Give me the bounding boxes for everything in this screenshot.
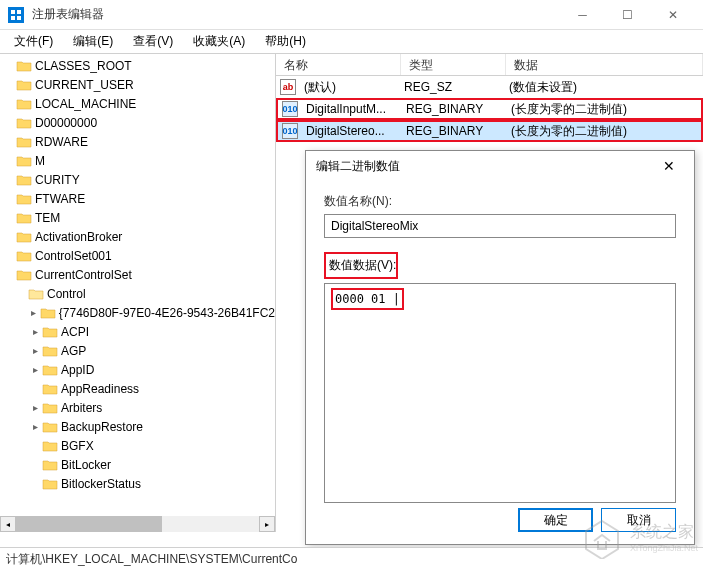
menu-favorites[interactable]: 收藏夹(A): [183, 31, 255, 52]
folder-icon: [42, 325, 58, 339]
menu-edit[interactable]: 编辑(E): [63, 31, 123, 52]
expand-icon[interactable]: ▸: [28, 364, 42, 375]
tree-item[interactable]: ▸{7746D80F-97E0-4E26-9543-26B41FC2: [0, 303, 275, 322]
folder-icon: [42, 401, 58, 415]
tree-item[interactable]: CLASSES_ROOT: [0, 56, 275, 75]
tree-label: CURITY: [35, 173, 80, 187]
tree-item[interactable]: CurrentControlSet: [0, 265, 275, 284]
maximize-button[interactable]: ☐: [605, 0, 650, 30]
list-row[interactable]: ab(默认)REG_SZ(数值未设置): [276, 76, 703, 98]
hex-content: 0000 01: [335, 292, 386, 306]
cell-data: (长度为零的二进制值): [507, 101, 631, 118]
tree-item[interactable]: FTWARE: [0, 189, 275, 208]
tree[interactable]: CLASSES_ROOTCURRENT_USERLOCAL_MACHINED00…: [0, 54, 275, 495]
svg-rect-0: [11, 10, 15, 14]
expand-icon[interactable]: ▸: [28, 421, 42, 432]
tree-label: Control: [47, 287, 86, 301]
ok-button[interactable]: 确定: [518, 508, 593, 532]
scroll-thumb[interactable]: [16, 516, 162, 532]
tree-label: RDWARE: [35, 135, 88, 149]
tree-label: ActivationBroker: [35, 230, 122, 244]
list-row[interactable]: 010DigitalInputM...REG_BINARY(长度为零的二进制值): [276, 98, 703, 120]
folder-icon: [16, 230, 32, 244]
folder-icon: [42, 382, 58, 396]
tree-label: CurrentControlSet: [35, 268, 132, 282]
column-name[interactable]: 名称: [276, 54, 401, 75]
tree-item[interactable]: BitlockerStatus: [0, 474, 275, 493]
cell-data: (长度为零的二进制值): [507, 123, 631, 140]
tree-item[interactable]: LOCAL_MACHINE: [0, 94, 275, 113]
tree-item[interactable]: ▸Arbiters: [0, 398, 275, 417]
tree-item[interactable]: ControlSet001: [0, 246, 275, 265]
expand-icon[interactable]: ▸: [28, 326, 42, 337]
folder-icon: [16, 135, 32, 149]
tree-item[interactable]: RDWARE: [0, 132, 275, 151]
column-data[interactable]: 数据: [506, 54, 703, 75]
menu-help[interactable]: 帮助(H): [255, 31, 316, 52]
tree-label: BGFX: [61, 439, 94, 453]
tree-label: CURRENT_USER: [35, 78, 134, 92]
cancel-button[interactable]: 取消: [601, 508, 676, 532]
folder-icon: [16, 59, 32, 73]
tree-label: LOCAL_MACHINE: [35, 97, 136, 111]
hex-editor[interactable]: 0000 01 |: [324, 283, 676, 503]
dialog-titlebar[interactable]: 编辑二进制数值 ✕: [306, 151, 694, 181]
tree-item[interactable]: Control: [0, 284, 275, 303]
folder-icon: [42, 420, 58, 434]
dialog-buttons: 确定 取消: [518, 508, 676, 532]
scroll-right-button[interactable]: ▸: [259, 516, 275, 532]
value-name-input[interactable]: [324, 214, 676, 238]
scroll-track[interactable]: [16, 516, 259, 532]
tree-label: D00000000: [35, 116, 97, 130]
scroll-left-button[interactable]: ◂: [0, 516, 16, 532]
tree-item[interactable]: ▸AppID: [0, 360, 275, 379]
menu-view[interactable]: 查看(V): [123, 31, 183, 52]
folder-icon: [16, 192, 32, 206]
close-button[interactable]: ✕: [650, 0, 695, 30]
horizontal-scrollbar[interactable]: ◂ ▸: [0, 516, 275, 532]
expand-icon[interactable]: ▸: [28, 345, 42, 356]
tree-item[interactable]: CURRENT_USER: [0, 75, 275, 94]
value-type-icon: 010: [282, 101, 298, 117]
expand-icon[interactable]: ▸: [28, 307, 40, 318]
cell-type: REG_BINARY: [402, 102, 507, 116]
tree-item[interactable]: ActivationBroker: [0, 227, 275, 246]
dialog-close-button[interactable]: ✕: [654, 151, 684, 181]
tree-item[interactable]: TEM: [0, 208, 275, 227]
dialog-title: 编辑二进制数值: [316, 158, 654, 175]
folder-icon: [42, 439, 58, 453]
folder-icon: [42, 458, 58, 472]
titlebar: 注册表编辑器 ─ ☐ ✕: [0, 0, 703, 30]
folder-icon: [16, 97, 32, 111]
list-row[interactable]: 010DigitalStereo...REG_BINARY(长度为零的二进制值): [276, 120, 703, 142]
list-rows: ab(默认)REG_SZ(数值未设置)010DigitalInputM...RE…: [276, 76, 703, 142]
cell-type: REG_BINARY: [402, 124, 507, 138]
tree-label: M: [35, 154, 45, 168]
cell-name: DigitalStereo...: [302, 124, 402, 138]
tree-item[interactable]: ▸ACPI: [0, 322, 275, 341]
menu-file[interactable]: 文件(F): [4, 31, 63, 52]
tree-label: BitLocker: [61, 458, 111, 472]
folder-icon: [42, 363, 58, 377]
tree-item[interactable]: AppReadiness: [0, 379, 275, 398]
tree-label: {7746D80F-97E0-4E26-9543-26B41FC2: [59, 306, 275, 320]
cell-name: (默认): [300, 79, 400, 96]
tree-item[interactable]: M: [0, 151, 275, 170]
folder-icon: [16, 268, 32, 282]
value-type-icon: ab: [280, 79, 296, 95]
tree-item[interactable]: D00000000: [0, 113, 275, 132]
column-type[interactable]: 类型: [401, 54, 506, 75]
tree-item[interactable]: BGFX: [0, 436, 275, 455]
tree-item[interactable]: ▸BackupRestore: [0, 417, 275, 436]
folder-icon: [40, 306, 56, 320]
tree-item[interactable]: BitLocker: [0, 455, 275, 474]
folder-icon: [16, 249, 32, 263]
svg-rect-2: [11, 16, 15, 20]
tree-label: FTWARE: [35, 192, 85, 206]
tree-item[interactable]: ▸AGP: [0, 341, 275, 360]
value-data-label-highlight: 数值数据(V):: [324, 252, 398, 279]
expand-icon[interactable]: ▸: [28, 402, 42, 413]
minimize-button[interactable]: ─: [560, 0, 605, 30]
tree-item[interactable]: CURITY: [0, 170, 275, 189]
tree-label: BackupRestore: [61, 420, 143, 434]
